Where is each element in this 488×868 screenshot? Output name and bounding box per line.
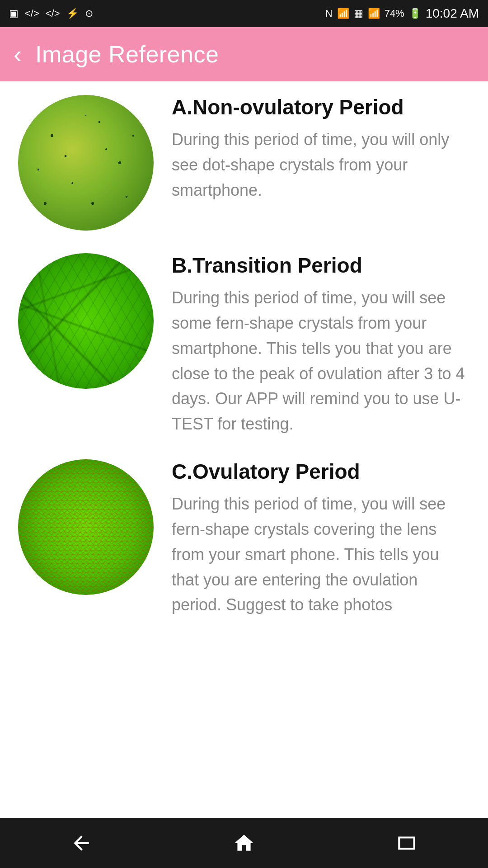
sim-icon: ▦ <box>354 8 363 19</box>
status-icons-right: N 📶 ▦ 📶 74% 🔋 10:02 AM <box>325 6 479 21</box>
nav-recents-button[interactable] <box>384 821 429 866</box>
android-icon: ⊙ <box>85 8 93 19</box>
code-icon-1: </> <box>25 8 39 19</box>
battery-icon: 🔋 <box>409 8 421 19</box>
nav-home-button[interactable] <box>221 821 267 866</box>
content-area: A.Non-ovulatory Period During this perio… <box>0 81 488 818</box>
reference-item-a: A.Non-ovulatory Period During this perio… <box>18 95 470 231</box>
text-non-ovulatory: A.Non-ovulatory Period During this perio… <box>172 95 470 203</box>
recents-icon <box>395 832 418 854</box>
home-icon <box>233 832 255 854</box>
status-time: 10:02 AM <box>426 6 479 21</box>
app-bar: ‹ Image Reference <box>0 27 488 81</box>
usb-icon: ⚡ <box>66 8 79 19</box>
reference-item-b: B.Transition Period During this period o… <box>18 253 470 437</box>
page-title: Image Reference <box>35 41 219 68</box>
screen-icon: ▣ <box>9 8 19 19</box>
back-button[interactable]: ‹ <box>14 42 22 66</box>
text-ovulatory: C.Ovulatory Period During this period of… <box>172 459 470 618</box>
title-transition: B.Transition Period <box>172 253 470 278</box>
desc-transition: During this period of time, you will see… <box>172 285 470 437</box>
code-icon-2: </> <box>46 8 60 19</box>
nfc-icon: N <box>325 8 333 19</box>
image-non-ovulatory <box>18 95 154 231</box>
nav-back-button[interactable] <box>59 821 104 866</box>
desc-non-ovulatory: During this period of time, you will onl… <box>172 127 470 203</box>
bottom-nav <box>0 818 488 868</box>
desc-ovulatory: During this period of time, you will see… <box>172 491 470 618</box>
image-transition <box>18 253 154 389</box>
status-icons-left: ▣ </> </> ⚡ ⊙ <box>9 8 93 19</box>
status-bar: ▣ </> </> ⚡ ⊙ N 📶 ▦ 📶 74% 🔋 10:02 AM <box>0 0 488 27</box>
title-ovulatory: C.Ovulatory Period <box>172 459 470 484</box>
battery-percent: 74% <box>385 8 404 19</box>
image-ovulatory <box>18 459 154 595</box>
title-non-ovulatory: A.Non-ovulatory Period <box>172 95 470 120</box>
text-transition: B.Transition Period During this period o… <box>172 253 470 437</box>
wifi-icon: 📶 <box>337 8 349 19</box>
signal-icon: 📶 <box>368 8 380 19</box>
back-arrow-icon <box>70 832 93 854</box>
reference-item-c: C.Ovulatory Period During this period of… <box>18 459 470 618</box>
